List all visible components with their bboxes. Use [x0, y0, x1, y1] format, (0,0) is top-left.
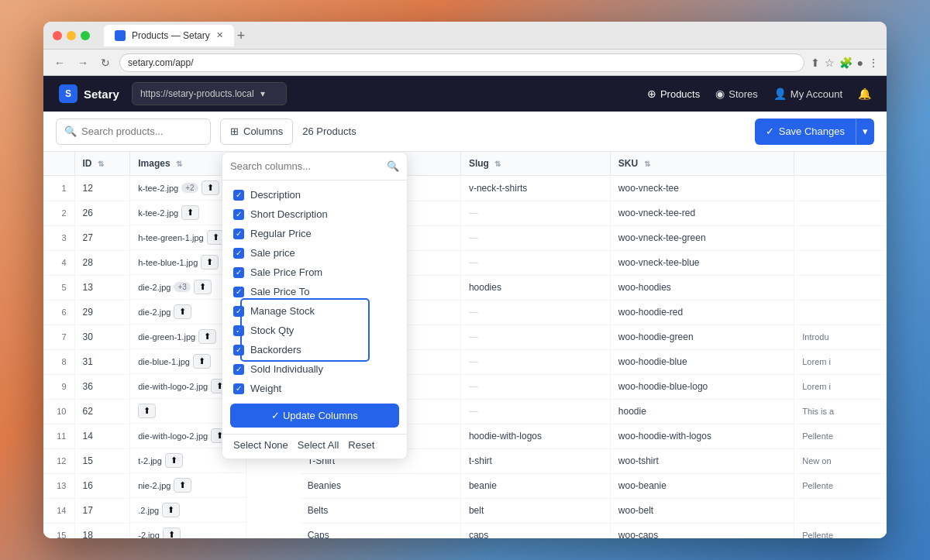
cell-slug[interactable]: —: [460, 225, 610, 250]
bookmark-icon[interactable]: ☆: [825, 57, 835, 69]
select-none-link[interactable]: Select None: [233, 439, 288, 451]
cell-sku[interactable]: woo-tshirt: [610, 448, 794, 473]
bell-icon[interactable]: 🔔: [858, 88, 871, 100]
nav-stores[interactable]: ◉ Stores: [715, 88, 758, 100]
columns-search-input[interactable]: [230, 160, 381, 172]
table-row[interactable]: 428h-tee-blue-1.jpg⬆——woo-vneck-tee-blue: [43, 250, 887, 275]
table-row[interactable]: 730die-green-1.jpg⬆——woo-hoodie-greenInt…: [43, 325, 887, 349]
cell-slug[interactable]: —: [460, 325, 610, 349]
search-input[interactable]: [81, 125, 190, 137]
tab-close-icon[interactable]: ✕: [216, 30, 223, 40]
cell-slug[interactable]: —: [460, 374, 610, 399]
nav-products[interactable]: ⊕ Products: [647, 88, 700, 100]
select-all-link[interactable]: Select All: [298, 439, 339, 451]
cell-name[interactable]: Belts: [300, 498, 461, 523]
col-slug[interactable]: Slug ⇅: [460, 152, 610, 176]
upload-image-button[interactable]: ⬆: [162, 503, 180, 517]
cell-id[interactable]: 16: [74, 473, 130, 498]
cell-slug[interactable]: —: [460, 349, 610, 374]
table-row[interactable]: 1215t-2.jpg⬆T-Shirtt-shirtwoo-tshirtNew …: [43, 448, 887, 473]
cell-name[interactable]: Caps: [300, 523, 461, 538]
cell-slug[interactable]: hoodies: [460, 275, 610, 300]
reset-link[interactable]: Reset: [348, 439, 374, 451]
table-container[interactable]: ID ⇅ Images ⇅ Name ⇅ Slug ⇅ SKU ⇅ 112k-t…: [43, 152, 887, 538]
back-button[interactable]: ←: [51, 55, 68, 70]
table-row[interactable]: 831die-blue-1.jpg⬆——woo-hoodie-blueLorem…: [43, 349, 887, 374]
upload-image-button[interactable]: ⬆: [194, 280, 212, 294]
checkbox-description[interactable]: ✓: [233, 190, 244, 201]
table-row[interactable]: 936die-with-logo-2.jpg⬆——woo-hoodie-blue…: [43, 374, 887, 399]
cell-slug[interactable]: t-shirt: [460, 448, 610, 473]
save-changes-dropdown-arrow[interactable]: ▾: [856, 119, 874, 145]
cell-id[interactable]: 13: [74, 275, 130, 300]
cell-sku[interactable]: woo-caps: [610, 523, 794, 538]
column-item-sale-price-to[interactable]: ✓ Sale Price To: [222, 282, 407, 301]
table-row[interactable]: 1417.2.jpg⬆Beltsbeltwoo-belt: [43, 498, 887, 523]
cell-slug[interactable]: —: [460, 300, 610, 325]
column-item-sale-price[interactable]: ✓ Sale price: [222, 243, 407, 263]
checkbox-manage-stock[interactable]: ✓: [233, 306, 244, 317]
url-selector[interactable]: https://setary-products.local ▾: [132, 82, 287, 105]
save-changes-main[interactable]: ✓ Save Changes: [755, 119, 856, 145]
cell-id[interactable]: 30: [74, 325, 130, 349]
forward-button[interactable]: →: [74, 55, 91, 70]
column-item-regular-price[interactable]: ✓ Regular Price: [222, 224, 407, 243]
cell-slug[interactable]: hoodie-with-logos: [460, 424, 610, 448]
cell-sku[interactable]: woo-belt: [610, 498, 794, 523]
cell-sku[interactable]: woo-hoodie-with-logos: [610, 424, 794, 448]
cell-sku[interactable]: woo-vneck-tee-green: [610, 225, 794, 250]
cell-sku[interactable]: woo-hoodie-blue: [610, 349, 794, 374]
cell-sku[interactable]: hoodie: [610, 399, 794, 424]
upload-image-button[interactable]: ⬆: [193, 354, 211, 369]
checkbox-sale-price[interactable]: ✓: [233, 248, 244, 259]
column-item-description[interactable]: ✓ Description: [222, 185, 407, 204]
cell-images[interactable]: .2.jpg⬆: [130, 498, 246, 523]
cell-id[interactable]: 29: [74, 300, 130, 325]
upload-image-button[interactable]: ⬆: [198, 329, 216, 344]
upload-image-button[interactable]: ⬆: [165, 453, 183, 468]
cell-name[interactable]: Beanies: [300, 473, 461, 498]
cell-slug[interactable]: belt: [460, 498, 610, 523]
table-row[interactable]: 226k-tee-2.jpg⬆——woo-vneck-tee-red: [43, 201, 887, 225]
cell-id[interactable]: 62: [74, 399, 130, 424]
cell-sku[interactable]: woo-vneck-tee: [610, 176, 794, 201]
search-box[interactable]: 🔍: [56, 119, 211, 145]
cell-sku[interactable]: woo-hoodie-green: [610, 325, 794, 349]
new-tab-button[interactable]: +: [237, 29, 246, 43]
upload-image-button[interactable]: ⬆: [181, 205, 199, 220]
column-item-weight[interactable]: ✓ Weight: [222, 379, 407, 397]
cell-slug[interactable]: —: [460, 399, 610, 424]
table-row[interactable]: 513die-2.jpg+3⬆Hoodieshoodieswoo-hoodies: [43, 275, 887, 300]
columns-button[interactable]: ⊞ Columns: [220, 119, 293, 145]
upload-image-button[interactable]: ⬆: [138, 404, 156, 418]
col-id[interactable]: ID ⇅: [74, 152, 130, 176]
table-row[interactable]: 327h-tee-green-1.jpg⬆——woo-vneck-tee-gre…: [43, 225, 887, 250]
table-row[interactable]: 1062⬆hoodie—hoodieThis is a: [43, 399, 887, 424]
checkbox-sale-price-from[interactable]: ✓: [233, 267, 244, 278]
column-item-sale-price-from[interactable]: ✓ Sale Price From: [222, 263, 407, 282]
profile-icon[interactable]: ●: [857, 57, 863, 69]
column-item-sold-individually[interactable]: ✓ Sold Individually: [222, 359, 407, 379]
column-item-short-description[interactable]: ✓ Short Description: [222, 204, 407, 224]
column-item-backorders[interactable]: ✓ Backorders: [222, 340, 407, 359]
fullscreen-button[interactable]: [81, 31, 90, 40]
cell-sku[interactable]: woo-vneck-tee-red: [610, 201, 794, 225]
update-columns-button[interactable]: ✓ Update Columns: [230, 404, 399, 428]
cell-id[interactable]: 17: [74, 498, 130, 523]
upload-image-button[interactable]: ⬆: [174, 304, 191, 319]
cell-sku[interactable]: woo-hoodies: [610, 275, 794, 300]
minimize-button[interactable]: [67, 31, 76, 40]
save-changes-button[interactable]: ✓ Save Changes ▾: [755, 119, 874, 145]
upload-image-button[interactable]: ⬆: [163, 527, 181, 538]
cell-id[interactable]: 27: [74, 225, 130, 250]
cell-id[interactable]: 31: [74, 349, 130, 374]
table-row[interactable]: 629die-2.jpg⬆——woo-hoodie-red: [43, 300, 887, 325]
cell-sku[interactable]: woo-hoodie-red: [610, 300, 794, 325]
nav-account[interactable]: 👤 My Account: [773, 88, 842, 100]
checkbox-stock-qty[interactable]: ✓: [233, 325, 244, 336]
close-button[interactable]: [53, 31, 62, 40]
cell-slug[interactable]: v-neck-t-shirts: [460, 176, 610, 201]
cell-sku[interactable]: woo-hoodie-blue-logo: [610, 374, 794, 399]
cell-images[interactable]: -2.jpg⬆: [130, 523, 246, 538]
cell-id[interactable]: 28: [74, 250, 130, 275]
